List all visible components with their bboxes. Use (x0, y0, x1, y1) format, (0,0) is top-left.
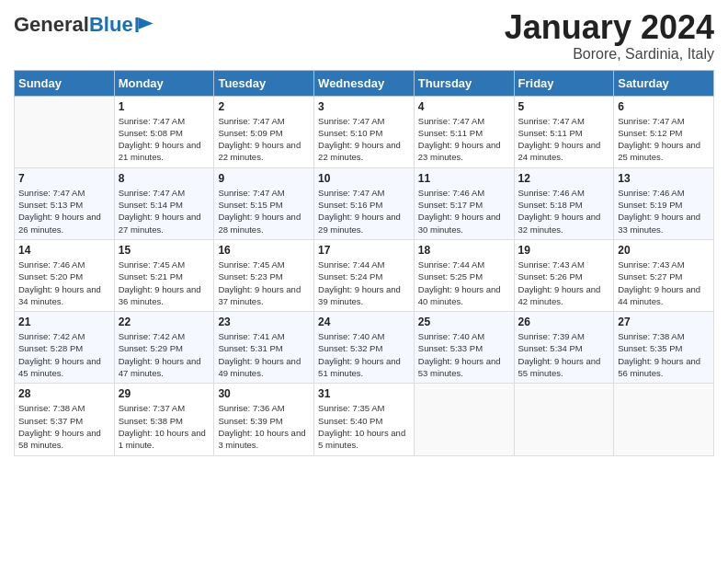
day-number: 22 (119, 316, 210, 328)
day-number: 28 (18, 387, 110, 400)
day-info: Sunrise: 7:35 AM Sunset: 5:40 PM Dayligh… (318, 402, 410, 451)
day-info: Sunrise: 7:47 AM Sunset: 5:09 PM Dayligh… (218, 115, 310, 164)
sunrise-text: Sunrise: 7:44 AM (318, 259, 384, 270)
table-row: 18 Sunrise: 7:44 AM Sunset: 5:25 PM Dayl… (414, 239, 514, 311)
sunset-text: Sunset: 5:19 PM (618, 200, 682, 210)
sunset-text: Sunset: 5:08 PM (119, 128, 183, 138)
calendar-week-row: 21 Sunrise: 7:42 AM Sunset: 5:28 PM Dayl… (15, 312, 714, 384)
sunset-text: Sunset: 5:20 PM (18, 271, 83, 282)
col-wednesday: Wednesday (314, 70, 415, 96)
day-number: 15 (119, 244, 210, 257)
table-row (614, 384, 714, 455)
day-number: 4 (418, 100, 510, 113)
sunset-text: Sunset: 5:11 PM (518, 128, 583, 138)
table-row: 11 Sunrise: 7:46 AM Sunset: 5:17 PM Dayl… (414, 167, 514, 239)
daylight-text: Daylight: 9 hours and 22 minutes. (318, 140, 401, 162)
daylight-text: Daylight: 9 hours and 27 minutes. (119, 212, 201, 234)
sunset-text: Sunset: 5:11 PM (418, 128, 483, 138)
calendar-week-row: 14 Sunrise: 7:46 AM Sunset: 5:20 PM Dayl… (15, 239, 714, 311)
day-info: Sunrise: 7:47 AM Sunset: 5:16 PM Dayligh… (318, 187, 410, 236)
sunset-text: Sunset: 5:38 PM (119, 416, 183, 426)
sunrise-text: Sunrise: 7:47 AM (418, 116, 484, 126)
day-number: 27 (618, 316, 710, 328)
sunrise-text: Sunrise: 7:41 AM (218, 331, 284, 341)
sunrise-text: Sunrise: 7:42 AM (119, 331, 185, 341)
table-row: 27 Sunrise: 7:38 AM Sunset: 5:35 PM Dayl… (614, 312, 714, 384)
sunset-text: Sunset: 5:33 PM (418, 343, 483, 353)
logo-flag-icon (135, 17, 154, 32)
table-row: 28 Sunrise: 7:38 AM Sunset: 5:37 PM Dayl… (15, 384, 115, 455)
day-number: 30 (218, 387, 310, 400)
daylight-text: Daylight: 9 hours and 32 minutes. (518, 212, 601, 234)
day-info: Sunrise: 7:46 AM Sunset: 5:17 PM Dayligh… (418, 187, 510, 236)
sunset-text: Sunset: 5:26 PM (518, 271, 583, 282)
daylight-text: Daylight: 9 hours and 26 minutes. (18, 212, 101, 234)
sunset-text: Sunset: 5:12 PM (618, 128, 682, 138)
sunrise-text: Sunrise: 7:47 AM (119, 116, 185, 126)
day-info: Sunrise: 7:47 AM Sunset: 5:14 PM Dayligh… (119, 187, 210, 236)
daylight-text: Daylight: 9 hours and 49 minutes. (218, 356, 301, 378)
sunset-text: Sunset: 5:39 PM (218, 416, 282, 426)
day-number: 19 (518, 244, 610, 257)
sunset-text: Sunset: 5:40 PM (318, 416, 382, 426)
day-number: 3 (318, 100, 410, 113)
day-info: Sunrise: 7:47 AM Sunset: 5:11 PM Dayligh… (518, 115, 610, 164)
sunrise-text: Sunrise: 7:38 AM (18, 403, 85, 413)
sunrise-text: Sunrise: 7:47 AM (318, 188, 384, 198)
calendar-week-row: 7 Sunrise: 7:47 AM Sunset: 5:13 PM Dayli… (15, 167, 714, 239)
table-row (414, 384, 514, 455)
col-sunday: Sunday (15, 70, 115, 96)
day-info: Sunrise: 7:45 AM Sunset: 5:21 PM Dayligh… (119, 259, 210, 307)
sunset-text: Sunset: 5:29 PM (119, 343, 183, 353)
table-row: 14 Sunrise: 7:46 AM Sunset: 5:20 PM Dayl… (15, 239, 115, 311)
daylight-text: Daylight: 9 hours and 40 minutes. (418, 284, 501, 306)
day-number: 25 (418, 316, 510, 328)
table-row: 10 Sunrise: 7:47 AM Sunset: 5:16 PM Dayl… (314, 167, 415, 239)
sunrise-text: Sunrise: 7:47 AM (218, 188, 284, 198)
calendar-table: Sunday Monday Tuesday Wednesday Thursday… (14, 70, 714, 456)
sunrise-text: Sunrise: 7:46 AM (518, 188, 585, 198)
table-row: 5 Sunrise: 7:47 AM Sunset: 5:11 PM Dayli… (514, 96, 614, 167)
day-number: 23 (218, 316, 310, 328)
sunrise-text: Sunrise: 7:43 AM (518, 259, 585, 270)
sunset-text: Sunset: 5:16 PM (318, 200, 382, 210)
day-info: Sunrise: 7:39 AM Sunset: 5:34 PM Dayligh… (518, 330, 610, 379)
table-row: 8 Sunrise: 7:47 AM Sunset: 5:14 PM Dayli… (114, 167, 214, 239)
day-number: 9 (218, 172, 310, 185)
day-number: 13 (618, 172, 710, 185)
table-row: 29 Sunrise: 7:37 AM Sunset: 5:38 PM Dayl… (114, 384, 214, 455)
table-row: 24 Sunrise: 7:40 AM Sunset: 5:32 PM Dayl… (314, 312, 415, 384)
daylight-text: Daylight: 9 hours and 29 minutes. (318, 212, 401, 234)
day-number: 7 (18, 172, 110, 185)
day-info: Sunrise: 7:47 AM Sunset: 5:08 PM Dayligh… (119, 115, 210, 164)
daylight-text: Daylight: 9 hours and 30 minutes. (418, 212, 501, 234)
sunset-text: Sunset: 5:28 PM (18, 343, 83, 353)
day-number: 17 (318, 244, 410, 257)
daylight-text: Daylight: 9 hours and 37 minutes. (218, 284, 301, 306)
day-info: Sunrise: 7:38 AM Sunset: 5:37 PM Dayligh… (18, 402, 110, 451)
daylight-text: Daylight: 9 hours and 44 minutes. (618, 284, 700, 306)
sunrise-text: Sunrise: 7:47 AM (318, 116, 384, 126)
table-row: 4 Sunrise: 7:47 AM Sunset: 5:11 PM Dayli… (414, 96, 514, 167)
table-row: 6 Sunrise: 7:47 AM Sunset: 5:12 PM Dayli… (614, 96, 714, 167)
day-number: 5 (518, 100, 610, 113)
day-info: Sunrise: 7:47 AM Sunset: 5:10 PM Dayligh… (318, 115, 410, 164)
day-info: Sunrise: 7:38 AM Sunset: 5:35 PM Dayligh… (618, 330, 710, 379)
daylight-text: Daylight: 9 hours and 34 minutes. (18, 284, 101, 306)
table-row: 9 Sunrise: 7:47 AM Sunset: 5:15 PM Dayli… (214, 167, 314, 239)
day-number: 24 (318, 316, 410, 328)
sunrise-text: Sunrise: 7:40 AM (418, 331, 484, 341)
day-info: Sunrise: 7:47 AM Sunset: 5:11 PM Dayligh… (418, 115, 510, 164)
logo-blue-text: Blue (89, 13, 133, 36)
daylight-text: Daylight: 9 hours and 39 minutes. (318, 284, 401, 306)
daylight-text: Daylight: 9 hours and 25 minutes. (618, 140, 700, 162)
header-row: Sunday Monday Tuesday Wednesday Thursday… (15, 70, 714, 96)
sunrise-text: Sunrise: 7:44 AM (418, 259, 484, 270)
sunset-text: Sunset: 5:15 PM (218, 200, 282, 210)
sunrise-text: Sunrise: 7:42 AM (18, 331, 85, 341)
table-row: 20 Sunrise: 7:43 AM Sunset: 5:27 PM Dayl… (614, 239, 714, 311)
day-number: 26 (518, 316, 610, 328)
sunset-text: Sunset: 5:24 PM (318, 271, 382, 282)
day-number: 8 (119, 172, 210, 185)
sunset-text: Sunset: 5:10 PM (318, 128, 382, 138)
